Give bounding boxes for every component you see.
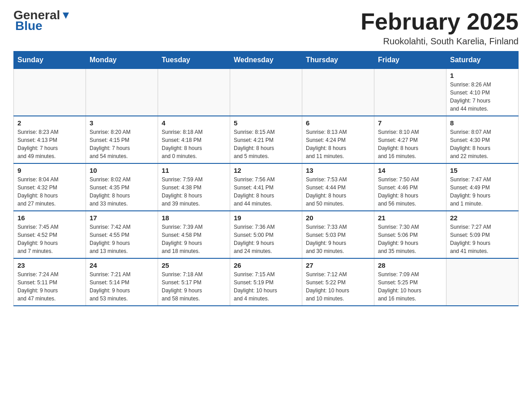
header-monday: Monday xyxy=(86,51,158,69)
day-info: Sunset: 5:06 PM xyxy=(378,231,442,239)
table-row: 11Sunrise: 7:59 AMSunset: 4:38 PMDayligh… xyxy=(158,163,230,211)
day-info: Daylight: 10 hours xyxy=(378,287,442,295)
table-row: 1Sunrise: 8:26 AMSunset: 4:10 PMDaylight… xyxy=(446,69,519,116)
day-info: Sunset: 4:35 PM xyxy=(90,184,154,192)
week-row-1: 2Sunrise: 8:23 AMSunset: 4:13 PMDaylight… xyxy=(14,116,519,163)
week-row-3: 16Sunrise: 7:45 AMSunset: 4:52 PMDayligh… xyxy=(14,211,519,258)
table-row: 13Sunrise: 7:53 AMSunset: 4:44 PMDayligh… xyxy=(302,163,374,211)
table-row: 19Sunrise: 7:36 AMSunset: 5:00 PMDayligh… xyxy=(230,211,302,258)
day-info: and 33 minutes. xyxy=(90,200,154,208)
table-row: 23Sunrise: 7:24 AMSunset: 5:11 PMDayligh… xyxy=(14,258,86,306)
day-info: Sunset: 5:11 PM xyxy=(17,278,82,287)
day-number: 8 xyxy=(450,119,515,127)
day-info: Daylight: 9 hours xyxy=(162,239,226,247)
day-number: 22 xyxy=(450,214,515,222)
day-number: 21 xyxy=(378,214,442,222)
day-number: 17 xyxy=(90,214,154,222)
day-info: Sunrise: 7:56 AM xyxy=(234,176,298,184)
day-info: Sunrise: 8:04 AM xyxy=(17,176,82,184)
day-info: Daylight: 8 hours xyxy=(234,192,298,200)
day-info: Sunrise: 8:10 AM xyxy=(378,128,442,136)
day-info: and 41 minutes. xyxy=(450,247,515,255)
table-row: 10Sunrise: 8:02 AMSunset: 4:35 PMDayligh… xyxy=(86,163,158,211)
day-info: Sunset: 4:10 PM xyxy=(450,89,515,97)
day-info: Daylight: 7 hours xyxy=(17,144,82,152)
day-info: and 44 minutes. xyxy=(234,200,298,208)
day-number: 12 xyxy=(234,167,298,174)
day-number: 16 xyxy=(17,214,82,222)
week-row-2: 9Sunrise: 8:04 AMSunset: 4:32 PMDaylight… xyxy=(14,163,519,211)
day-info: Daylight: 9 hours xyxy=(90,239,154,247)
day-info: Sunset: 5:14 PM xyxy=(90,278,154,287)
table-row xyxy=(374,69,446,116)
day-info: and 30 minutes. xyxy=(306,247,370,255)
day-info: Sunrise: 7:27 AM xyxy=(450,223,515,231)
table-row: 18Sunrise: 7:39 AMSunset: 4:58 PMDayligh… xyxy=(158,211,230,258)
table-row: 15Sunrise: 7:47 AMSunset: 4:49 PMDayligh… xyxy=(446,163,519,211)
day-number: 6 xyxy=(306,119,370,127)
day-number: 11 xyxy=(162,167,226,174)
day-info: Sunset: 4:38 PM xyxy=(162,184,226,192)
week-row-0: 1Sunrise: 8:26 AMSunset: 4:10 PMDaylight… xyxy=(14,69,519,116)
day-info: Sunset: 4:21 PM xyxy=(234,136,298,144)
table-row: 2Sunrise: 8:23 AMSunset: 4:13 PMDaylight… xyxy=(14,116,86,163)
day-info: Daylight: 9 hours xyxy=(234,239,298,247)
day-info: Sunset: 5:03 PM xyxy=(306,231,370,239)
day-info: and 39 minutes. xyxy=(162,200,226,208)
table-row: 25Sunrise: 7:18 AMSunset: 5:17 PMDayligh… xyxy=(158,258,230,306)
day-info: Sunrise: 7:24 AM xyxy=(17,270,82,278)
day-info: Sunrise: 7:12 AM xyxy=(306,270,370,278)
day-info: and 5 minutes. xyxy=(234,152,298,160)
table-row: 12Sunrise: 7:56 AMSunset: 4:41 PMDayligh… xyxy=(230,163,302,211)
day-info: and 1 minute. xyxy=(450,200,515,208)
day-info: and 56 minutes. xyxy=(378,200,442,208)
day-info: Sunrise: 7:30 AM xyxy=(378,223,442,231)
day-info: Sunset: 4:15 PM xyxy=(90,136,154,144)
day-info: and 53 minutes. xyxy=(90,295,154,303)
day-info: Sunrise: 7:50 AM xyxy=(378,176,442,184)
logo: General Blue xyxy=(13,9,71,32)
day-info: Sunrise: 8:23 AM xyxy=(17,128,82,136)
day-info: Daylight: 8 hours xyxy=(17,192,82,200)
day-info: Sunset: 4:13 PM xyxy=(17,136,82,144)
day-number: 19 xyxy=(234,214,298,222)
day-info: Daylight: 8 hours xyxy=(234,144,298,152)
table-row xyxy=(158,69,230,116)
header-friday: Friday xyxy=(374,51,446,69)
day-number: 24 xyxy=(90,261,154,269)
header-thursday: Thursday xyxy=(302,51,374,69)
day-info: Sunrise: 8:02 AM xyxy=(90,176,154,184)
day-number: 15 xyxy=(450,167,515,174)
day-info: Daylight: 9 hours xyxy=(90,287,154,295)
page-header: General Blue February 2025 Ruokolahti, S… xyxy=(13,9,519,47)
day-info: Daylight: 10 hours xyxy=(306,287,370,295)
day-number: 27 xyxy=(306,261,370,269)
table-row: 6Sunrise: 8:13 AMSunset: 4:24 PMDaylight… xyxy=(302,116,374,163)
day-info: and 58 minutes. xyxy=(162,295,226,303)
day-info: and 47 minutes. xyxy=(17,295,82,303)
day-number: 4 xyxy=(162,119,226,127)
day-info: Sunset: 4:32 PM xyxy=(17,184,82,192)
day-info: Sunset: 4:46 PM xyxy=(378,184,442,192)
day-number: 5 xyxy=(234,119,298,127)
table-row: 4Sunrise: 8:18 AMSunset: 4:18 PMDaylight… xyxy=(158,116,230,163)
table-row xyxy=(302,69,374,116)
day-info: Sunset: 4:52 PM xyxy=(17,231,82,239)
day-info: Sunrise: 7:33 AM xyxy=(306,223,370,231)
table-row: 7Sunrise: 8:10 AMSunset: 4:27 PMDaylight… xyxy=(374,116,446,163)
day-info: Sunset: 4:49 PM xyxy=(450,184,515,192)
day-info: Sunrise: 7:21 AM xyxy=(90,270,154,278)
day-info: Daylight: 9 hours xyxy=(306,239,370,247)
day-number: 23 xyxy=(17,261,82,269)
day-info: Sunrise: 8:26 AM xyxy=(450,81,515,89)
day-info: and 0 minutes. xyxy=(162,152,226,160)
day-info: Sunrise: 7:42 AM xyxy=(90,223,154,231)
table-row xyxy=(86,69,158,116)
table-row: 17Sunrise: 7:42 AMSunset: 4:55 PMDayligh… xyxy=(86,211,158,258)
day-info: Daylight: 7 hours xyxy=(450,97,515,105)
week-row-4: 23Sunrise: 7:24 AMSunset: 5:11 PMDayligh… xyxy=(14,258,519,306)
table-row: 9Sunrise: 8:04 AMSunset: 4:32 PMDaylight… xyxy=(14,163,86,211)
day-info: Sunrise: 7:09 AM xyxy=(378,270,442,278)
day-info: Sunset: 4:55 PM xyxy=(90,231,154,239)
day-info: and 16 minutes. xyxy=(378,152,442,160)
